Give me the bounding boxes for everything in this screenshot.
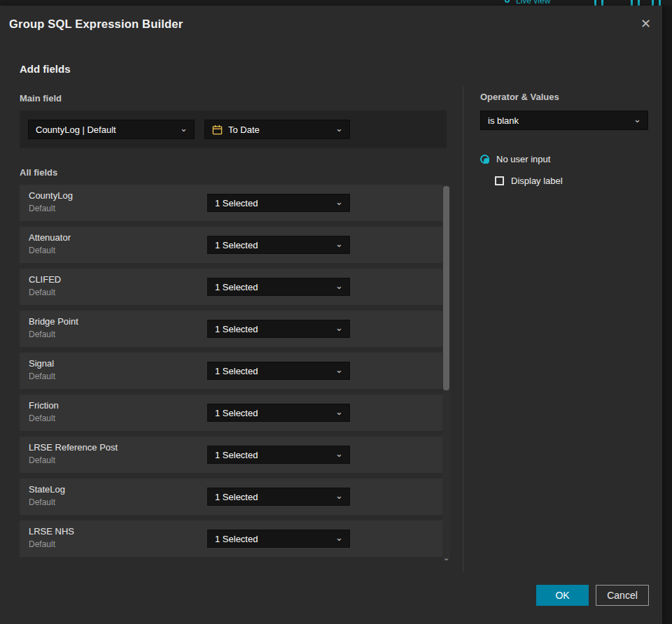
field-subtitle: Default bbox=[29, 497, 55, 507]
field-row: Signal Default 1 Selected ⌄ bbox=[20, 353, 447, 389]
radio-selected-icon[interactable] bbox=[480, 155, 489, 164]
field-selected-value: 1 Selected bbox=[215, 324, 330, 334]
field-row: CountyLog Default 1 Selected ⌄ bbox=[20, 185, 447, 221]
field-name: Bridge Point bbox=[29, 316, 78, 327]
chevron-down-icon: ⌄ bbox=[634, 115, 641, 124]
field-row: LRSE Reference Post Default 1 Selected ⌄ bbox=[20, 437, 447, 473]
field-selected-dropdown[interactable]: 1 Selected ⌄ bbox=[207, 488, 350, 506]
field-name: StateLog bbox=[29, 484, 65, 495]
field-subtitle: Default bbox=[29, 539, 55, 549]
field-selected-value: 1 Selected bbox=[215, 198, 330, 208]
main-field-dropdown[interactable]: CountyLog | Default ⌄ bbox=[28, 120, 195, 139]
chevron-down-icon: ⌄ bbox=[335, 281, 343, 290]
field-selected-dropdown[interactable]: 1 Selected ⌄ bbox=[207, 278, 350, 296]
field-selected-value: 1 Selected bbox=[215, 450, 330, 460]
field-subtitle: Default bbox=[29, 204, 55, 213]
field-row: Bridge Point Default 1 Selected ⌄ bbox=[20, 311, 447, 347]
field-row: LRSE NHS Default 1 Selected ⌄ bbox=[20, 520, 447, 557]
field-row: StateLog Default 1 Selected ⌄ bbox=[20, 478, 447, 515]
topbar-icon bbox=[638, 0, 640, 6]
column-divider bbox=[463, 87, 463, 572]
field-name: Attenuator bbox=[29, 232, 71, 243]
topbar-icon bbox=[659, 0, 661, 6]
main-field-dropdown-value: CountyLog | Default bbox=[36, 125, 174, 135]
chevron-down-icon: ⌄ bbox=[335, 323, 343, 332]
topbar-icon bbox=[631, 0, 633, 6]
field-subtitle: Default bbox=[29, 329, 55, 339]
main-field-date-value: To Date bbox=[228, 125, 330, 135]
live-view-icon bbox=[505, 0, 510, 3]
field-subtitle: Default bbox=[29, 288, 55, 297]
ok-button[interactable]: OK bbox=[536, 585, 589, 606]
topbar-icon bbox=[601, 0, 603, 6]
field-selected-dropdown[interactable]: 1 Selected ⌄ bbox=[207, 530, 350, 548]
field-name: CountyLog bbox=[29, 190, 73, 201]
chevron-down-icon: ⌄ bbox=[335, 239, 343, 248]
field-selected-dropdown[interactable]: 1 Selected ⌄ bbox=[207, 236, 350, 254]
field-row: CLIFED Default 1 Selected ⌄ bbox=[20, 269, 447, 305]
chevron-down-icon: ⌄ bbox=[180, 124, 188, 133]
chevron-down-icon: ⌄ bbox=[335, 449, 343, 458]
field-selected-value: 1 Selected bbox=[215, 282, 330, 292]
field-selected-value: 1 Selected bbox=[215, 492, 330, 502]
main-field-label: Main field bbox=[20, 93, 62, 104]
operator-dropdown-value: is blank bbox=[488, 115, 628, 126]
operator-values-label: Operator & Values bbox=[480, 92, 559, 102]
field-selected-value: 1 Selected bbox=[215, 534, 330, 544]
display-label-label: Display label bbox=[511, 176, 563, 186]
field-selected-dropdown[interactable]: 1 Selected ⌄ bbox=[207, 194, 350, 212]
main-field-date-dropdown[interactable]: To Date ⌄ bbox=[204, 120, 350, 139]
field-name: Signal bbox=[29, 358, 54, 369]
no-user-input-label: No user input bbox=[496, 154, 550, 164]
field-selected-dropdown[interactable]: 1 Selected ⌄ bbox=[207, 362, 350, 380]
topbar-icon bbox=[652, 0, 654, 6]
chevron-down-icon: ⌄ bbox=[335, 124, 343, 133]
chevron-down-icon: ⌄ bbox=[335, 365, 343, 374]
field-name: LRSE Reference Post bbox=[29, 442, 118, 453]
field-row: Friction Default 1 Selected ⌄ bbox=[20, 395, 447, 431]
add-fields-title: Add fields bbox=[20, 63, 71, 75]
field-subtitle: Default bbox=[29, 246, 55, 255]
field-name: LRSE NHS bbox=[29, 526, 74, 537]
topbar-icon bbox=[594, 0, 596, 6]
app-topbar: Live view bbox=[0, 0, 672, 6]
all-fields-list: CountyLog Default 1 Selected ⌄ Attenuato… bbox=[20, 185, 447, 562]
field-selected-dropdown[interactable]: 1 Selected ⌄ bbox=[207, 320, 350, 338]
cancel-button[interactable]: Cancel bbox=[596, 585, 649, 606]
close-icon[interactable]: ✕ bbox=[640, 17, 651, 30]
field-subtitle: Default bbox=[29, 371, 55, 381]
dialog-title: Group SQL Expression Builder bbox=[9, 17, 183, 31]
group-sql-expression-builder-dialog: Group SQL Expression Builder ✕ Add field… bbox=[0, 6, 662, 624]
display-label-option[interactable]: Display label bbox=[495, 176, 563, 186]
dialog-header: Group SQL Expression Builder ✕ bbox=[0, 6, 662, 42]
main-field-bar: CountyLog | Default ⌄ To Date ⌄ bbox=[20, 111, 447, 148]
field-subtitle: Default bbox=[29, 455, 55, 465]
operator-dropdown[interactable]: is blank ⌄ bbox=[480, 111, 648, 130]
checkbox-unchecked-icon[interactable] bbox=[495, 176, 504, 185]
field-selected-dropdown[interactable]: 1 Selected ⌄ bbox=[207, 446, 350, 464]
chevron-down-icon: ⌄ bbox=[335, 407, 343, 416]
calendar-icon bbox=[212, 125, 223, 135]
chevron-down-icon: ⌄ bbox=[335, 197, 343, 206]
scrollbar-down-arrow-icon[interactable]: ⌄ bbox=[442, 554, 450, 562]
list-scrollbar[interactable]: ⌄ bbox=[442, 185, 450, 561]
field-selected-value: 1 Selected bbox=[215, 366, 330, 376]
field-name: CLIFED bbox=[29, 274, 61, 285]
field-selected-value: 1 Selected bbox=[215, 240, 330, 250]
all-fields-label: All fields bbox=[20, 167, 57, 178]
chevron-down-icon: ⌄ bbox=[335, 533, 343, 542]
field-subtitle: Default bbox=[29, 413, 55, 423]
chevron-down-icon: ⌄ bbox=[335, 491, 343, 500]
no-user-input-option[interactable]: No user input bbox=[480, 154, 550, 164]
field-selected-value: 1 Selected bbox=[215, 408, 330, 418]
field-row: Attenuator Default 1 Selected ⌄ bbox=[20, 227, 447, 263]
scrollbar-thumb[interactable] bbox=[443, 186, 449, 390]
field-selected-dropdown[interactable]: 1 Selected ⌄ bbox=[207, 404, 350, 422]
live-view-label: Live view bbox=[516, 0, 550, 6]
field-name: Friction bbox=[29, 400, 59, 411]
